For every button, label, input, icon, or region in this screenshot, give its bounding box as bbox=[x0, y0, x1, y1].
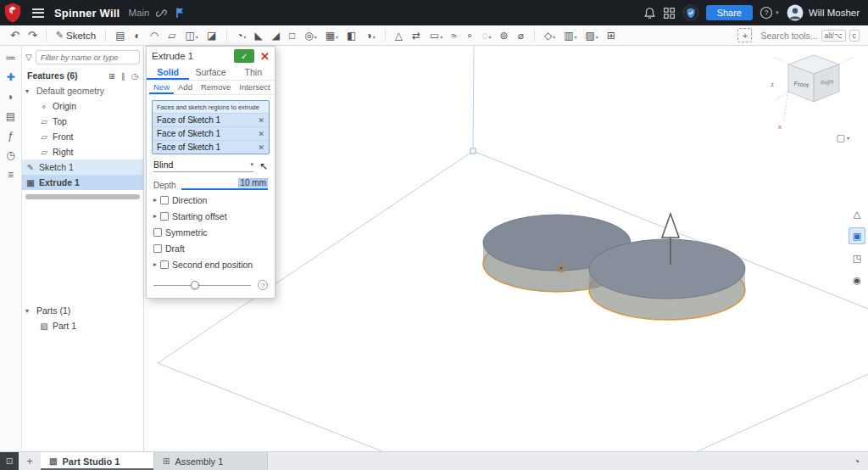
notifications-bell-icon[interactable] bbox=[643, 7, 656, 20]
rollback-pause-icon[interactable]: ∥ bbox=[115, 71, 125, 81]
learning-badge-icon[interactable] bbox=[682, 4, 699, 21]
boolean-icon[interactable]: ◑ ▾ bbox=[361, 30, 379, 42]
option-checkbox[interactable] bbox=[153, 228, 162, 237]
dialog-header[interactable]: Extrude 1 ✓ ✕ bbox=[147, 47, 275, 65]
tab-surface[interactable]: Surface bbox=[189, 65, 231, 80]
named-views-icon[interactable]: ⊞ bbox=[603, 30, 620, 42]
help-menu[interactable]: ? ▼ bbox=[760, 6, 780, 20]
measure-icon[interactable]: ⌀ bbox=[514, 30, 529, 42]
revolve-icon[interactable]: ◐ bbox=[131, 30, 146, 42]
shell-icon[interactable]: □ bbox=[285, 30, 300, 42]
tree-item-top-plane[interactable]: ▱ Top bbox=[22, 114, 143, 129]
filter-input[interactable] bbox=[36, 50, 140, 64]
app-store-grid-icon[interactable] bbox=[663, 7, 676, 20]
remove-selection-icon[interactable]: ✕ bbox=[258, 116, 264, 125]
hamburger-menu-icon[interactable] bbox=[32, 8, 44, 18]
view-cube[interactable]: Front Right z x bbox=[765, 48, 858, 175]
comments-icon[interactable]: ◗ bbox=[8, 92, 14, 102]
mode-new[interactable]: New bbox=[149, 81, 174, 94]
hole-icon[interactable]: ◎ ▾ bbox=[300, 30, 321, 42]
flip-direction-icon[interactable]: ↖ bbox=[259, 160, 268, 172]
tab-solid[interactable]: Solid bbox=[147, 65, 189, 80]
dialog-opacity-slider[interactable] bbox=[153, 280, 251, 290]
option-checkbox[interactable] bbox=[160, 260, 169, 269]
tree-item-sketch-1[interactable]: ✎ Sketch 1 bbox=[22, 159, 143, 175]
dialog-help-icon[interactable]: ? bbox=[258, 280, 268, 290]
custom-feature-icon[interactable]: + bbox=[737, 28, 752, 42]
sweep-icon[interactable]: ◠ bbox=[146, 30, 164, 42]
tab-part-studio-1[interactable]: ▧ Part Studio 1 bbox=[41, 452, 154, 470]
mode-remove[interactable]: Remove bbox=[197, 81, 235, 94]
thicken-icon[interactable]: ◫ ▾ bbox=[181, 30, 203, 42]
corner-widget-icon[interactable]: ⊡ bbox=[0, 452, 19, 470]
tree-item-default-geometry[interactable]: ▾ Default geometry bbox=[22, 83, 143, 98]
transform-icon[interactable]: ⇄ bbox=[408, 30, 426, 42]
mode-intersect[interactable]: Intersect bbox=[235, 81, 274, 94]
tab-assembly-1[interactable]: ⊞ Assembly 1 bbox=[154, 452, 268, 470]
caret-right-icon[interactable]: ▸ bbox=[153, 196, 157, 204]
extrude-icon[interactable]: ▤ bbox=[111, 30, 130, 42]
onshape-logo-icon[interactable] bbox=[3, 2, 22, 24]
selection-item[interactable]: Face of Sketch 1 ✕ bbox=[153, 113, 269, 126]
selection-list[interactable]: Faces and sketch regions to extrude Face… bbox=[152, 100, 270, 154]
create-folder-icon[interactable]: ⊞ bbox=[103, 71, 115, 81]
filter-funnel-icon[interactable]: ▽ bbox=[25, 53, 32, 62]
chevron-down-icon[interactable]: ▾ bbox=[25, 307, 33, 315]
project-icon[interactable]: ⊚ bbox=[496, 30, 514, 42]
option-checkbox[interactable] bbox=[153, 244, 162, 253]
fillet-icon[interactable]: ◔ ▾ bbox=[232, 30, 250, 42]
tree-item-extrude-1[interactable]: ▣ Extrude 1 bbox=[22, 175, 143, 190]
tree-item-origin[interactable]: ∘ Origin bbox=[22, 98, 143, 114]
draft-icon[interactable]: ◢ bbox=[268, 30, 285, 42]
selection-item[interactable]: Face of Sketch 1 ✕ bbox=[153, 140, 269, 154]
curve-icon[interactable]: ◌ ▾ bbox=[477, 30, 495, 42]
confirm-button[interactable]: ✓ bbox=[234, 49, 254, 63]
mode-add[interactable]: Add bbox=[174, 81, 197, 94]
parts-header[interactable]: ▾ Parts (1) bbox=[22, 303, 143, 318]
appearance-panel-icon[interactable]: △ bbox=[849, 205, 865, 222]
regenerate-history-icon[interactable]: ◷ bbox=[125, 71, 138, 81]
tree-item-front-plane[interactable]: ▱ Front bbox=[22, 129, 143, 144]
shaded-view-icon[interactable]: ▣ bbox=[849, 227, 865, 244]
sketch-button[interactable]: ✎ Sketch bbox=[52, 29, 100, 42]
chamfer-icon[interactable]: ◣ bbox=[250, 30, 267, 42]
view-options-button[interactable]: ▢ ▾ bbox=[837, 132, 849, 143]
option-checkbox[interactable] bbox=[160, 196, 169, 204]
option-checkbox[interactable] bbox=[160, 212, 169, 221]
follow-mode-icon[interactable]: ✚ bbox=[6, 72, 14, 82]
plane-icon[interactable]: ▭ ▾ bbox=[426, 30, 447, 42]
loft-icon[interactable]: ▱ bbox=[164, 30, 181, 42]
pattern-tools-icon[interactable]: ▨ ▾ bbox=[581, 30, 603, 42]
end-condition-dropdown[interactable]: Blind ▾ bbox=[153, 159, 253, 172]
document-panel-icon[interactable]: ▤ bbox=[6, 111, 15, 121]
perspective-icon[interactable]: ◉ bbox=[849, 271, 865, 288]
remove-selection-icon[interactable]: ✕ bbox=[258, 143, 264, 152]
hidden-edges-icon[interactable]: ◳ bbox=[849, 249, 865, 266]
workspace-branch[interactable]: Main bbox=[128, 8, 149, 18]
chevron-down-icon[interactable]: ▾ bbox=[25, 87, 33, 95]
tree-item-part-1[interactable]: ▧ Part 1 bbox=[22, 318, 143, 333]
variables-icon[interactable]: ƒ bbox=[8, 131, 14, 141]
follow-flag-icon[interactable] bbox=[175, 7, 186, 19]
selection-item[interactable]: Face of Sketch 1 ✕ bbox=[153, 126, 269, 140]
user-menu[interactable]: Will Mosher bbox=[787, 4, 860, 21]
search-tools-button[interactable]: Search tools... alt/⌥ c bbox=[754, 30, 861, 42]
remove-selection-icon[interactable]: ✕ bbox=[258, 130, 264, 138]
sheet-metal-icon[interactable]: ◇ ▾ bbox=[540, 30, 559, 42]
history-icon[interactable]: ◷ bbox=[6, 150, 14, 160]
feature-list-icon[interactable]: ≔ bbox=[6, 53, 16, 63]
split-icon[interactable]: △ bbox=[391, 30, 408, 42]
tree-item-right-plane[interactable]: ▱ Right bbox=[22, 144, 143, 159]
slider-knob[interactable] bbox=[191, 281, 199, 289]
tab-thin[interactable]: Thin bbox=[232, 65, 275, 80]
redo-button[interactable]: ↷ bbox=[25, 29, 41, 42]
plane-corner-handle[interactable] bbox=[470, 148, 476, 154]
add-tab-button[interactable]: + bbox=[19, 452, 41, 470]
cancel-button[interactable]: ✕ bbox=[260, 51, 270, 62]
rib-icon[interactable]: ◪ bbox=[203, 30, 221, 42]
point-icon[interactable]: ∘ bbox=[462, 30, 478, 42]
caret-right-icon[interactable]: ▸ bbox=[153, 260, 157, 268]
feature-statistics-icon[interactable]: ≡ bbox=[8, 170, 14, 180]
share-button[interactable]: Share bbox=[706, 5, 753, 20]
helix-icon[interactable]: ≈ bbox=[447, 30, 462, 42]
